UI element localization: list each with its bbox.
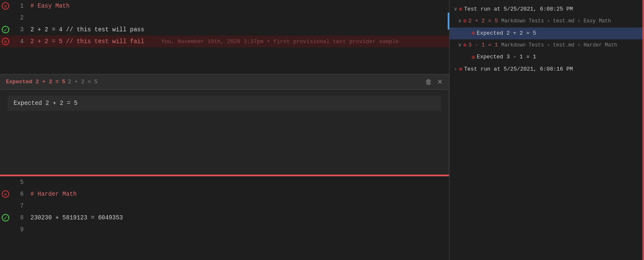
line-number-4: 4: [12, 38, 24, 45]
fail-icon-4: ⊗: [471, 53, 475, 62]
fail-icon-5: ⊗: [459, 65, 462, 74]
chevron-0: ∨: [454, 5, 457, 14]
code-panel: ✕ 1 # Easy Math 2 ✓ 3 2 + 2 = 4 // th: [0, 0, 449, 260]
code-line-7: 7: [0, 200, 449, 212]
code-line-2: 2: [0, 12, 449, 24]
result-item-3[interactable]: ∨ ⊗ 3 - 1 = 1 Markdown Tests › test.md ›…: [450, 39, 644, 51]
code-line-9: 9: [0, 224, 449, 235]
code-line-5: 5: [0, 176, 449, 188]
fail-icon-2: ⊗: [471, 29, 475, 38]
line-number-1: 1: [12, 3, 24, 9]
chevron-1: ∨: [458, 17, 461, 25]
inline-blame: You, November 19th, 2020 3:37pm • first …: [161, 38, 399, 45]
code-line-4: ✕ 4 2 + 2 = 5 // this test will fail You…: [0, 36, 449, 47]
scroll-indicator: [448, 13, 449, 30]
fail-icon-0: ⊗: [459, 5, 462, 14]
code-line-3: ✓ 3 2 + 2 = 4 // this test will pass: [0, 24, 449, 36]
code-line-6: ✕ 6 # Harder Math: [0, 188, 449, 200]
orange-bar: [642, 0, 644, 260]
line-gutter-7: 7: [2, 202, 30, 210]
line-content-4: 2 + 2 = 5 // this test will fail: [30, 38, 144, 45]
line-number-8: 8: [12, 214, 24, 221]
inline-popup: Expected 2 + 2 = 5 2 + 2 = 5 🗑 ✕ Expecte…: [0, 74, 449, 175]
line-content-3: 2 + 2 = 4 // this test will pass: [30, 26, 144, 33]
fail-icon-1: ⊗: [463, 16, 466, 26]
status-icon-fail-1: ✕: [2, 2, 9, 10]
line-content-6: # Harder Math: [30, 191, 77, 197]
result-label-2: Expected 2 + 2 = 5: [477, 29, 536, 38]
chevron-5: ›: [454, 66, 457, 74]
results-panel[interactable]: ∨ ⊗ Test run at 5/25/2021, 6:08:25 PM ∨ …: [449, 0, 644, 260]
popup-title-bold: Expected 2 + 2 = 5: [6, 79, 65, 85]
line-number-3: 3: [12, 26, 24, 33]
result-label-1: 2 + 2 = 5 Markdown Tests › test.md › Eas…: [468, 17, 611, 26]
popup-close-button[interactable]: ✕: [437, 78, 443, 86]
result-item-2[interactable]: ∨ ⊗ Expected 2 + 2 = 5: [450, 27, 644, 39]
popup-header-actions: 🗑 ✕: [425, 78, 443, 86]
line-gutter-6: ✕ 6: [2, 190, 30, 198]
popup-body-text: Expected 2 + 2 = 5: [8, 96, 441, 111]
line-content-1: # Easy Math: [30, 3, 69, 9]
chevron-3: ∨: [458, 41, 461, 49]
line-number-5: 5: [12, 179, 24, 186]
result-label-0: Test run at 5/25/2021, 6:08:25 PM: [464, 5, 573, 14]
popup-left: Expected 2 + 2 = 5 2 + 2 = 5 🗑 ✕ Expecte…: [0, 74, 449, 175]
status-icon-pass-3: ✓: [2, 26, 9, 33]
result-label-5: Test run at 5/25/2021, 6:08:16 PM: [464, 65, 573, 74]
line-gutter-2: 2: [2, 14, 30, 22]
result-label-3: 3 - 1 = 1 Markdown Tests › test.md › Har…: [468, 41, 617, 50]
line-number-9: 9: [12, 226, 24, 233]
code-top: ✕ 1 # Easy Math 2 ✓ 3 2 + 2 = 4 // th: [0, 0, 449, 74]
breadcrumb-3: Markdown Tests › test.md › Harder Math: [501, 42, 617, 48]
fail-icon-3: ⊗: [463, 41, 466, 50]
line-number-2: 2: [12, 14, 24, 21]
fail-label-3: 3 - 1 = 1: [468, 42, 498, 48]
code-line-1: ✕ 1 # Easy Math: [0, 0, 449, 12]
line-gutter-5: 5: [2, 178, 30, 186]
result-item-1[interactable]: ∨ ⊗ 2 + 2 = 5 Markdown Tests › test.md ›…: [450, 15, 644, 27]
line-gutter-4: ✕ 4: [2, 38, 30, 45]
status-icon-fail-6: ✕: [2, 190, 9, 198]
line-gutter-9: 9: [2, 226, 30, 233]
vertical-divider: [449, 0, 449, 260]
status-icon-pass-8: ✓: [2, 214, 9, 222]
result-item-5[interactable]: › ⊗ Test run at 5/25/2021, 6:08:16 PM: [450, 63, 644, 75]
line-gutter-8: ✓ 8: [2, 214, 30, 222]
fail-label-1: 2 + 2 = 5: [468, 18, 498, 24]
status-icon-fail-4: ✕: [2, 38, 9, 45]
breadcrumb-1: Markdown Tests › test.md › Easy Math: [501, 18, 611, 24]
line-content-8: 230230 + 5819123 = 6049353: [30, 214, 123, 221]
popup-title-dim: 2 + 2 = 5: [68, 79, 97, 85]
editor-container: ✕ 1 # Easy Math 2 ✓ 3 2 + 2 = 4 // th: [0, 0, 644, 260]
popup-delete-button[interactable]: 🗑: [425, 78, 432, 86]
line-number-6: 6: [12, 191, 24, 197]
result-item-0[interactable]: ∨ ⊗ Test run at 5/25/2021, 6:08:25 PM: [450, 3, 644, 15]
popup-header: Expected 2 + 2 = 5 2 + 2 = 5 🗑 ✕: [0, 74, 449, 90]
line-number-7: 7: [12, 203, 24, 209]
popup-body: Expected 2 + 2 = 5: [0, 90, 449, 117]
code-bottom: 5 ✕ 6 # Harder Math 7: [0, 175, 449, 252]
line-gutter-1: ✕ 1: [2, 2, 30, 10]
result-item-4[interactable]: ∨ ⊗ Expected 3 - 1 = 1: [450, 52, 644, 63]
code-line-8: ✓ 8 230230 + 5819123 = 6049353: [0, 212, 449, 224]
result-label-4: Expected 3 - 1 = 1: [477, 53, 536, 62]
line-gutter-3: ✓ 3: [2, 26, 30, 33]
popup-header-title: Expected 2 + 2 = 5 2 + 2 = 5: [6, 79, 98, 85]
